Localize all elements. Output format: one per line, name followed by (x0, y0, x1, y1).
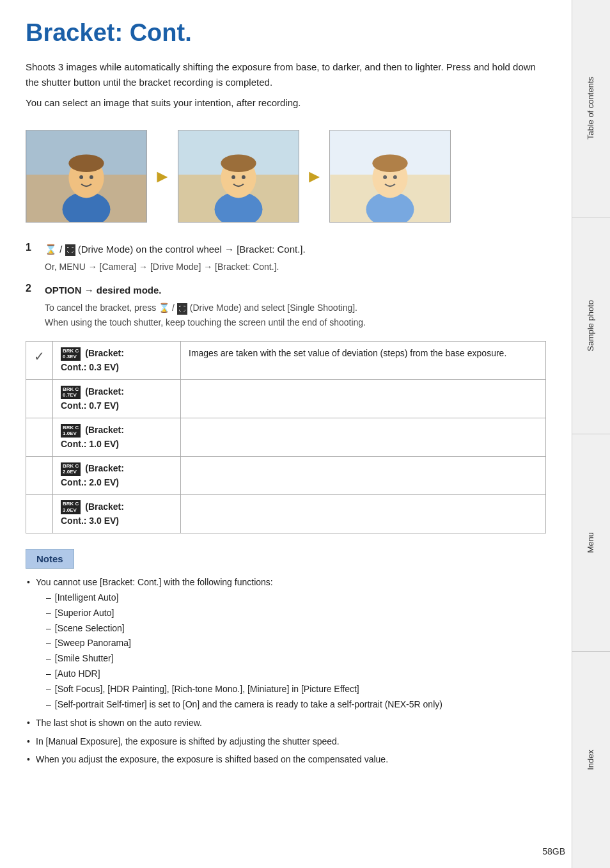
note-1-sub-2: [Superior Auto] (46, 606, 546, 621)
steps-section: 1 ⌛️ / ⛶ (Drive Mode) on the control whe… (26, 242, 546, 329)
arrow-1: ► (153, 166, 171, 187)
svg-point-14 (231, 175, 235, 179)
sidebar-tab-toc[interactable]: Table of contents (572, 0, 610, 217)
table-row: ✓ BRK C0.3EV (Bracket:Cont.: 0.3 EV) Ima… (26, 342, 546, 380)
sidebar-tab-index-label: Index (586, 750, 597, 770)
bracket-icon-1: BRK C0.3EV (61, 347, 81, 361)
step-1-number: 1 (26, 242, 41, 253)
desc-cell-2 (181, 380, 546, 418)
note-2: The last shot is shown on the auto revie… (26, 716, 546, 730)
note-3: In [Manual Exposure], the exposure is sh… (26, 734, 546, 748)
arrow-2: ► (306, 166, 324, 187)
sidebar-tab-index[interactable]: Index (572, 652, 610, 869)
bracket-icon-5: BRK C3.0EV (61, 500, 81, 514)
option-cell-3: BRK C1.0EV (Bracket:Cont.: 1.0 EV) (53, 418, 181, 456)
table-row: BRK C0.7EV (Bracket:Cont.: 0.7 EV) (26, 380, 546, 418)
svg-point-13 (221, 154, 256, 172)
sidebar-tab-menu-label: Menu (586, 532, 597, 553)
right-sidebar: Table of contents Sample photo Menu Inde… (572, 0, 610, 868)
note-1-sub-7: [Soft Focus], [HDR Painting], [Rich-tone… (46, 682, 546, 697)
sidebar-tab-toc-label: Table of contents (586, 77, 597, 139)
option-cell-2: BRK C0.7EV (Bracket:Cont.: 0.7 EV) (53, 380, 181, 418)
sidebar-tab-sample[interactable]: Sample photo (572, 217, 610, 435)
note-1-sub-8: [Self-portrait Self-timer] is set to [On… (46, 697, 546, 713)
note-1-sub-4: [Sweep Panorama] (46, 636, 546, 651)
note-1: You cannot use [Bracket: Cont.] with the… (26, 575, 546, 713)
bracket-icon-3: BRK C1.0EV (61, 424, 81, 438)
svg-point-22 (384, 175, 387, 179)
step-1-text: (Drive Mode) on the control wheel → [Bra… (78, 244, 306, 255)
table-row: BRK C1.0EV (Bracket:Cont.: 1.0 EV) (26, 418, 546, 456)
image-normal (178, 130, 299, 223)
check-cell-4 (26, 456, 53, 494)
intro-para-1: Shoots 3 images while automatically shif… (26, 59, 546, 90)
notes-header: Notes (26, 549, 74, 569)
sidebar-tab-sample-label: Sample photo (586, 300, 597, 351)
note-1-text: You cannot use [Bracket: Cont.] with the… (36, 577, 273, 587)
bracket-table: ✓ BRK C0.3EV (Bracket:Cont.: 0.3 EV) Ima… (26, 341, 546, 533)
page-title: Bracket: Cont. (26, 19, 546, 47)
note-1-sub-6: [Auto HDR] (46, 667, 546, 682)
step-2-number: 2 (26, 283, 41, 294)
page-number: 58GB (542, 846, 565, 856)
image-dark (26, 130, 147, 223)
table-row: BRK C2.0EV (Bracket:Cont.: 2.0 EV) (26, 456, 546, 494)
table-row: BRK C3.0EV (Bracket:Cont.: 3.0 EV) (26, 494, 546, 533)
notes-list: You cannot use [Bracket: Cont.] with the… (26, 575, 546, 767)
bracket-icon-2: BRK C0.7EV (61, 386, 81, 399)
check-cell-1: ✓ (26, 342, 53, 380)
step-1: 1 ⌛️ / ⛶ (Drive Mode) on the control whe… (26, 242, 546, 274)
image-light (329, 130, 451, 223)
bracket-icon-4: BRK C2.0EV (61, 462, 81, 476)
check-cell-5 (26, 494, 53, 533)
option-cell-1: BRK C0.3EV (Bracket:Cont.: 0.3 EV) (53, 342, 181, 380)
svg-point-6 (79, 175, 83, 179)
svg-point-5 (68, 154, 104, 172)
svg-point-23 (393, 175, 397, 179)
step-2-sub: To cancel the bracket, press ⌛️ / ⛶ (Dri… (45, 301, 366, 329)
check-cell-2 (26, 380, 53, 418)
note-4: When you adjust the exposure, the exposu… (26, 752, 546, 766)
note-1-sublist: [Intelligent Auto] [Superior Auto] [Scen… (36, 590, 546, 712)
svg-point-21 (373, 154, 408, 172)
check-cell-3 (26, 418, 53, 456)
main-content: Bracket: Cont. Shoots 3 images while aut… (0, 0, 572, 796)
note-1-sub-3: [Scene Selection] (46, 621, 546, 636)
images-row: ► ► (26, 130, 546, 223)
step-1-content: ⌛️ / ⛶ (Drive Mode) on the control wheel… (45, 242, 306, 274)
desc-cell-4 (181, 456, 546, 494)
svg-point-15 (242, 175, 246, 179)
note-1-sub-1: [Intelligent Auto] (46, 590, 546, 606)
sidebar-tab-menu[interactable]: Menu (572, 434, 610, 652)
step-2-text: OPTION → desired mode. (45, 285, 162, 296)
step-1-icon: ⌛️ / ⛶ (45, 244, 78, 255)
step-2: 2 OPTION → desired mode. To cancel the b… (26, 283, 546, 329)
svg-point-7 (90, 175, 93, 179)
desc-cell-3 (181, 418, 546, 456)
option-cell-5: BRK C3.0EV (Bracket:Cont.: 3.0 EV) (53, 494, 181, 533)
notes-section: Notes You cannot use [Bracket: Cont.] wi… (26, 549, 546, 767)
step-1-sub: Or, MENU → [Camera] → [Drive Mode] → [Br… (45, 260, 306, 274)
desc-cell-1: Images are taken with the set value of d… (181, 342, 546, 380)
desc-cell-5 (181, 494, 546, 533)
option-cell-4: BRK C2.0EV (Bracket:Cont.: 2.0 EV) (53, 456, 181, 494)
step-2-content: OPTION → desired mode. To cancel the bra… (45, 283, 366, 329)
intro-para-2: You can select an image that suits your … (26, 95, 546, 111)
note-1-sub-5: [Smile Shutter] (46, 651, 546, 667)
